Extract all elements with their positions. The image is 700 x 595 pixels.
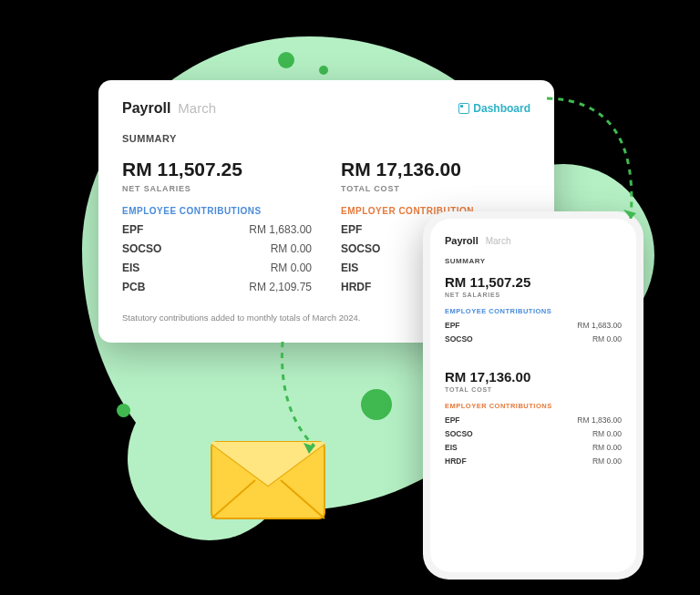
mobile-net-salaries-value: RM 11,507.25 bbox=[445, 274, 622, 290]
row-value: RM 0.00 bbox=[592, 429, 622, 438]
row-label: EIS bbox=[445, 443, 458, 452]
employee-contrib-rows: EPFRM 1,683.00SOCSORM 0.00EISRM 0.00PCBR… bbox=[122, 223, 312, 293]
dashboard-link[interactable]: Dashboard bbox=[458, 102, 530, 115]
row-value: RM 1,683.00 bbox=[249, 223, 312, 236]
dashboard-link-label: Dashboard bbox=[473, 102, 530, 115]
phone-mockup: Payroll March SUMMARY RM 11,507.25 NET S… bbox=[423, 211, 643, 580]
contribution-row: SOCSORM 0.00 bbox=[122, 242, 312, 255]
row-value: RM 1,683.00 bbox=[577, 321, 622, 330]
contribution-row: SOCSORM 0.00 bbox=[445, 429, 622, 438]
row-label: HRDF bbox=[341, 281, 371, 293]
envelope-icon bbox=[210, 440, 326, 520]
row-label: HRDF bbox=[445, 457, 467, 466]
mobile-employer-heading: EMPLOYER CONTRIBUTIONS bbox=[445, 402, 622, 410]
row-value: RM 0.00 bbox=[271, 262, 312, 274]
phone-screen: Payroll March SUMMARY RM 11,507.25 NET S… bbox=[430, 219, 636, 572]
row-value: RM 2,109.75 bbox=[249, 281, 312, 293]
mobile-total-cost-label: TOTAL COST bbox=[445, 386, 622, 393]
row-label: SOCSO bbox=[445, 429, 473, 438]
decor-dot bbox=[361, 389, 392, 420]
row-label: SOCSO bbox=[445, 334, 473, 344]
total-cost-label: TOTAL COST bbox=[341, 184, 530, 193]
row-value: RM 0.00 bbox=[271, 242, 312, 255]
mobile-employer-rows: EPFRM 1,836.00SOCSORM 0.00EISRM 0.00HRDF… bbox=[445, 415, 622, 466]
row-label: EIS bbox=[122, 262, 139, 274]
row-label: EIS bbox=[341, 262, 358, 274]
card-header: Payroll March Dashboard bbox=[122, 100, 530, 117]
row-label: EPF bbox=[341, 223, 362, 236]
page-month: March bbox=[178, 100, 216, 116]
mobile-summary-heading: SUMMARY bbox=[445, 257, 622, 265]
employee-contrib-heading: EMPLOYEE CONTRIBUTIONS bbox=[122, 206, 312, 216]
contribution-row: PCBRM 2,109.75 bbox=[122, 281, 312, 293]
contribution-row: EPFRM 1,683.00 bbox=[122, 223, 312, 236]
contribution-row: EPFRM 1,683.00 bbox=[445, 321, 622, 330]
contribution-row: EPFRM 1,836.00 bbox=[445, 415, 622, 425]
summary-heading: SUMMARY bbox=[122, 133, 530, 144]
contribution-row: HRDFRM 0.00 bbox=[445, 457, 622, 466]
row-label: SOCSO bbox=[122, 242, 161, 255]
dashboard-icon bbox=[458, 103, 469, 114]
row-value: RM 1,836.00 bbox=[577, 415, 622, 425]
total-cost-value: RM 17,136.00 bbox=[341, 159, 530, 180]
page-title: Payroll bbox=[122, 100, 170, 117]
mobile-net-salaries-label: NET SALARIES bbox=[445, 292, 622, 298]
net-salaries-value: RM 11,507.25 bbox=[122, 159, 312, 180]
net-salaries-label: NET SALARIES bbox=[122, 184, 312, 193]
contribution-row: SOCSORM 0.00 bbox=[445, 334, 622, 344]
mobile-employee-heading: EMPLOYEE CONTRIBUTIONS bbox=[445, 307, 622, 315]
row-value: RM 0.00 bbox=[592, 334, 622, 344]
row-label: EPF bbox=[445, 415, 460, 425]
row-label: SOCSO bbox=[341, 242, 380, 255]
row-label: EPF bbox=[122, 223, 143, 236]
row-value: RM 0.00 bbox=[592, 457, 622, 466]
row-label: EPF bbox=[445, 321, 460, 330]
row-label: PCB bbox=[122, 281, 145, 293]
mobile-total-cost-value: RM 17,136.00 bbox=[445, 369, 622, 385]
net-salaries-column: RM 11,507.25 NET SALARIES EMPLOYEE CONTR… bbox=[122, 159, 312, 300]
decor-dot bbox=[319, 66, 328, 75]
mobile-employee-rows: EPFRM 1,683.00SOCSORM 0.00 bbox=[445, 321, 622, 344]
contribution-row: EISRM 0.00 bbox=[122, 262, 312, 274]
contribution-row: EISRM 0.00 bbox=[445, 443, 622, 452]
mobile-page-title: Payroll bbox=[445, 235, 479, 246]
mobile-page-month: March bbox=[486, 236, 511, 246]
row-value: RM 0.00 bbox=[592, 443, 622, 452]
decor-dot bbox=[117, 404, 130, 417]
decor-dot bbox=[278, 52, 294, 68]
